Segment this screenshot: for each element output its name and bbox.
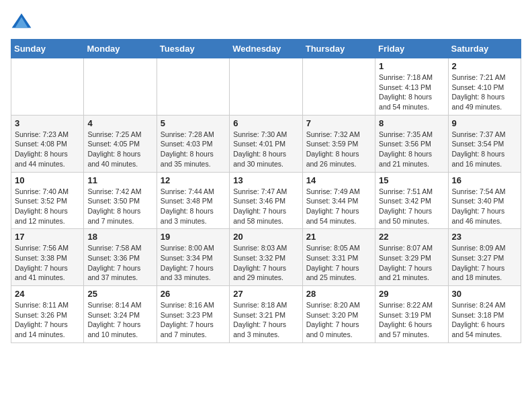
weekday-header-friday: Friday	[375, 40, 448, 58]
calendar-cell: 22Sunrise: 8:07 AM Sunset: 3:29 PM Dayli…	[375, 229, 448, 286]
weekday-header-wednesday: Wednesday	[230, 40, 302, 58]
calendar-cell: 15Sunrise: 7:51 AM Sunset: 3:42 PM Dayli…	[375, 172, 448, 229]
day-number: 26	[161, 289, 226, 299]
calendar-cell: 29Sunrise: 8:22 AM Sunset: 3:19 PM Dayli…	[375, 286, 448, 343]
day-info: Sunrise: 7:49 AM Sunset: 3:44 PM Dayligh…	[306, 187, 371, 226]
day-info: Sunrise: 7:37 AM Sunset: 3:54 PM Dayligh…	[452, 130, 517, 169]
day-info: Sunrise: 8:03 AM Sunset: 3:32 PM Dayligh…	[233, 243, 298, 283]
calendar-cell: 23Sunrise: 8:09 AM Sunset: 3:27 PM Dayli…	[448, 229, 521, 286]
calendar-cell: 28Sunrise: 8:20 AM Sunset: 3:20 PM Dayli…	[302, 286, 375, 343]
calendar-cell: 25Sunrise: 8:14 AM Sunset: 3:24 PM Dayli…	[84, 286, 157, 343]
day-info: Sunrise: 8:07 AM Sunset: 3:29 PM Dayligh…	[379, 243, 444, 283]
day-info: Sunrise: 7:54 AM Sunset: 3:40 PM Dayligh…	[452, 187, 517, 226]
calendar-week-4: 17Sunrise: 7:56 AM Sunset: 3:38 PM Dayli…	[11, 229, 521, 286]
day-info: Sunrise: 7:40 AM Sunset: 3:52 PM Dayligh…	[15, 187, 80, 226]
day-number: 8	[379, 118, 444, 128]
day-number: 24	[15, 289, 80, 299]
calendar-table: SundayMondayTuesdayWednesdayThursdayFrid…	[11, 39, 521, 343]
day-number: 1	[379, 61, 444, 71]
day-number: 2	[452, 61, 517, 71]
day-info: Sunrise: 8:16 AM Sunset: 3:23 PM Dayligh…	[161, 300, 226, 340]
calendar-cell: 3Sunrise: 7:23 AM Sunset: 4:08 PM Daylig…	[11, 115, 84, 172]
day-number: 4	[87, 118, 152, 128]
day-number: 28	[306, 289, 371, 299]
day-number: 23	[452, 232, 517, 242]
day-number: 22	[379, 232, 444, 242]
day-number: 19	[161, 232, 226, 242]
calendar-cell	[230, 58, 302, 116]
calendar-cell: 30Sunrise: 8:24 AM Sunset: 3:18 PM Dayli…	[448, 286, 521, 343]
calendar-week-5: 24Sunrise: 8:11 AM Sunset: 3:26 PM Dayli…	[11, 286, 521, 343]
calendar-cell: 26Sunrise: 8:16 AM Sunset: 3:23 PM Dayli…	[157, 286, 229, 343]
weekday-header-saturday: Saturday	[448, 40, 521, 58]
calendar-cell: 7Sunrise: 7:32 AM Sunset: 3:59 PM Daylig…	[302, 115, 375, 172]
day-info: Sunrise: 7:51 AM Sunset: 3:42 PM Dayligh…	[379, 187, 444, 226]
calendar-cell: 18Sunrise: 7:58 AM Sunset: 3:36 PM Dayli…	[84, 229, 157, 286]
calendar-cell	[157, 58, 229, 116]
weekday-header-thursday: Thursday	[302, 40, 375, 58]
calendar-cell: 19Sunrise: 8:00 AM Sunset: 3:34 PM Dayli…	[157, 229, 229, 286]
day-number: 5	[161, 118, 226, 128]
calendar-cell: 8Sunrise: 7:35 AM Sunset: 3:56 PM Daylig…	[375, 115, 448, 172]
calendar-cell: 10Sunrise: 7:40 AM Sunset: 3:52 PM Dayli…	[11, 172, 84, 229]
day-info: Sunrise: 8:22 AM Sunset: 3:19 PM Dayligh…	[379, 300, 444, 340]
day-info: Sunrise: 7:21 AM Sunset: 4:10 PM Dayligh…	[452, 73, 517, 112]
day-info: Sunrise: 7:32 AM Sunset: 3:59 PM Dayligh…	[306, 130, 371, 169]
day-number: 6	[233, 118, 298, 128]
day-info: Sunrise: 7:56 AM Sunset: 3:38 PM Dayligh…	[15, 243, 80, 283]
calendar-cell: 16Sunrise: 7:54 AM Sunset: 3:40 PM Dayli…	[448, 172, 521, 229]
calendar-cell: 9Sunrise: 7:37 AM Sunset: 3:54 PM Daylig…	[448, 115, 521, 172]
calendar-cell: 4Sunrise: 7:25 AM Sunset: 4:05 PM Daylig…	[84, 115, 157, 172]
calendar-header: SundayMondayTuesdayWednesdayThursdayFrid…	[11, 40, 521, 58]
day-number: 27	[233, 289, 298, 299]
day-info: Sunrise: 7:44 AM Sunset: 3:48 PM Dayligh…	[161, 187, 226, 226]
day-info: Sunrise: 8:09 AM Sunset: 3:27 PM Dayligh…	[452, 243, 517, 283]
calendar-body: 1Sunrise: 7:18 AM Sunset: 4:13 PM Daylig…	[11, 58, 521, 343]
calendar-cell	[302, 58, 375, 116]
day-number: 20	[233, 232, 298, 242]
day-number: 25	[87, 289, 152, 299]
calendar-cell: 13Sunrise: 7:47 AM Sunset: 3:46 PM Dayli…	[230, 172, 302, 229]
day-info: Sunrise: 8:20 AM Sunset: 3:20 PM Dayligh…	[306, 300, 371, 340]
day-info: Sunrise: 7:58 AM Sunset: 3:36 PM Dayligh…	[87, 243, 152, 283]
day-number: 14	[306, 175, 371, 185]
calendar-cell: 21Sunrise: 8:05 AM Sunset: 3:31 PM Dayli…	[302, 229, 375, 286]
logo	[11, 11, 35, 32]
weekday-header-monday: Monday	[84, 40, 157, 58]
calendar-cell: 24Sunrise: 8:11 AM Sunset: 3:26 PM Dayli…	[11, 286, 84, 343]
day-number: 15	[379, 175, 444, 185]
calendar-cell	[84, 58, 157, 116]
day-number: 21	[306, 232, 371, 242]
day-info: Sunrise: 7:28 AM Sunset: 4:03 PM Dayligh…	[161, 130, 226, 169]
day-number: 16	[452, 175, 517, 185]
day-info: Sunrise: 7:35 AM Sunset: 3:56 PM Dayligh…	[379, 130, 444, 169]
calendar-cell	[11, 58, 84, 116]
day-info: Sunrise: 7:23 AM Sunset: 4:08 PM Dayligh…	[15, 130, 80, 169]
logo-icon	[11, 11, 32, 32]
day-info: Sunrise: 7:47 AM Sunset: 3:46 PM Dayligh…	[233, 187, 298, 226]
calendar-week-1: 1Sunrise: 7:18 AM Sunset: 4:13 PM Daylig…	[11, 58, 521, 116]
day-info: Sunrise: 7:30 AM Sunset: 4:01 PM Dayligh…	[233, 130, 298, 169]
day-info: Sunrise: 8:14 AM Sunset: 3:24 PM Dayligh…	[87, 300, 152, 340]
day-info: Sunrise: 8:05 AM Sunset: 3:31 PM Dayligh…	[306, 243, 371, 283]
calendar-cell: 6Sunrise: 7:30 AM Sunset: 4:01 PM Daylig…	[230, 115, 302, 172]
calendar-cell: 12Sunrise: 7:44 AM Sunset: 3:48 PM Dayli…	[157, 172, 229, 229]
calendar-week-3: 10Sunrise: 7:40 AM Sunset: 3:52 PM Dayli…	[11, 172, 521, 229]
calendar-cell: 2Sunrise: 7:21 AM Sunset: 4:10 PM Daylig…	[448, 58, 521, 116]
calendar-cell: 5Sunrise: 7:28 AM Sunset: 4:03 PM Daylig…	[157, 115, 229, 172]
day-info: Sunrise: 7:42 AM Sunset: 3:50 PM Dayligh…	[87, 187, 152, 226]
day-number: 12	[161, 175, 226, 185]
day-info: Sunrise: 8:11 AM Sunset: 3:26 PM Dayligh…	[15, 300, 80, 340]
day-number: 7	[306, 118, 371, 128]
day-info: Sunrise: 8:18 AM Sunset: 3:21 PM Dayligh…	[233, 300, 298, 340]
calendar-cell: 20Sunrise: 8:03 AM Sunset: 3:32 PM Dayli…	[230, 229, 302, 286]
day-info: Sunrise: 7:25 AM Sunset: 4:05 PM Dayligh…	[87, 130, 152, 169]
day-number: 3	[15, 118, 80, 128]
day-number: 10	[15, 175, 80, 185]
day-number: 18	[87, 232, 152, 242]
day-info: Sunrise: 8:24 AM Sunset: 3:18 PM Dayligh…	[452, 300, 517, 340]
calendar-cell: 27Sunrise: 8:18 AM Sunset: 3:21 PM Dayli…	[230, 286, 302, 343]
day-number: 29	[379, 289, 444, 299]
calendar-week-2: 3Sunrise: 7:23 AM Sunset: 4:08 PM Daylig…	[11, 115, 521, 172]
day-number: 13	[233, 175, 298, 185]
